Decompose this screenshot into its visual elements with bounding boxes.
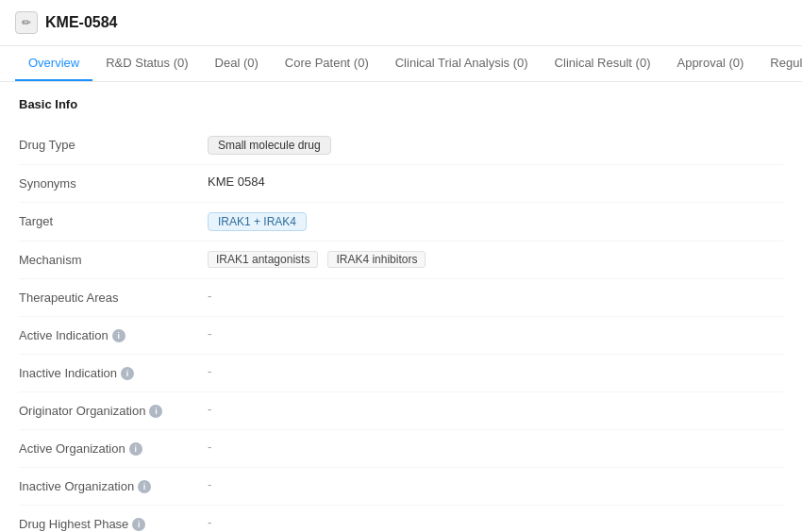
label-inactive-indication: Inactive Indication i [19,364,208,380]
drug-highest-phase-info-icon[interactable]: i [132,518,145,531]
tab-core-patent[interactable]: Core Patent (0) [272,46,382,81]
field-inactive-indication: Inactive Indication i - [19,355,783,392]
label-originator-organization: Originator Organization i [19,402,208,418]
value-drug-highest-phase: - [208,515,783,529]
label-drug-type: Drug Type [19,136,208,152]
mechanism-badge-1: IRAK1 antagonists [208,251,318,268]
tab-rd-status[interactable]: R&D Status (0) [92,46,201,81]
field-synonyms: Synonyms KME 0584 [19,165,783,203]
field-target: Target IRAK1 + IRAK4 [19,203,783,241]
value-drug-type: Small molecule drug [208,136,783,155]
active-indication-dash: - [208,326,211,341]
mechanism-badge-2: IRAK4 inhibitors [327,251,426,268]
main-content: Basic Info Drug Type Small molecule drug… [0,82,802,532]
field-inactive-organization: Inactive Organization i - [19,468,783,506]
value-synonyms: KME 0584 [208,175,783,189]
value-mechanism: IRAK1 antagonists IRAK4 inhibitors [208,251,783,268]
inactive-indication-info-icon[interactable]: i [121,367,134,380]
tab-clinical-result[interactable]: Clinical Result (0) [542,46,664,81]
edit-icon: ✏ [15,11,38,34]
tab-regulation[interactable]: Regulation (0) [757,46,802,81]
field-active-organization: Active Organization i - [19,430,783,468]
synonyms-text: KME 0584 [208,175,265,189]
field-drug-highest-phase: Drug Highest Phase i - [19,506,783,532]
value-inactive-indication: - [208,364,783,378]
value-target: IRAK1 + IRAK4 [208,212,783,231]
label-target: Target [19,212,208,228]
active-org-dash: - [208,440,211,454]
value-inactive-organization: - [208,477,783,491]
value-active-organization: - [208,440,783,454]
field-originator-organization: Originator Organization i - [19,392,783,430]
page-header: ✏ KME-0584 [0,0,802,46]
field-drug-type: Drug Type Small molecule drug [19,126,783,165]
therapeutic-areas-value: - [208,289,211,303]
label-synonyms: Synonyms [19,175,208,191]
section-title: Basic Info [19,97,783,111]
label-therapeutic-areas: Therapeutic Areas [19,289,208,305]
active-org-info-icon[interactable]: i [129,442,142,456]
target-tag: IRAK1 + IRAK4 [208,212,307,231]
tab-overview[interactable]: Overview [15,46,92,81]
value-active-indication: - [208,326,783,341]
drug-highest-phase-dash: - [208,515,211,529]
field-therapeutic-areas: Therapeutic Areas - [19,279,783,317]
label-inactive-organization: Inactive Organization i [19,477,208,493]
label-drug-highest-phase: Drug Highest Phase i [19,515,208,531]
label-active-organization: Active Organization i [19,440,208,456]
field-active-indication: Active Indication i - [19,317,783,355]
active-indication-info-icon[interactable]: i [112,329,125,342]
originator-org-info-icon[interactable]: i [149,405,162,418]
tab-bar: Overview R&D Status (0) Deal (0) Core Pa… [0,46,802,82]
value-therapeutic-areas: - [208,289,783,303]
label-active-indication: Active Indication i [19,326,208,342]
inactive-org-dash: - [208,477,211,491]
inactive-org-info-icon[interactable]: i [138,480,151,493]
tab-approval[interactable]: Approval (0) [663,46,757,81]
tab-clinical-trial[interactable]: Clinical Trial Analysis (0) [382,46,542,81]
tab-deal[interactable]: Deal (0) [202,46,272,81]
inactive-indication-dash: - [208,364,211,378]
value-originator-organization: - [208,402,783,416]
originator-org-dash: - [208,402,211,416]
page-title: KME-0584 [45,14,117,31]
label-mechanism: Mechanism [19,251,208,267]
drug-type-tag: Small molecule drug [208,136,331,155]
field-mechanism: Mechanism IRAK1 antagonists IRAK4 inhibi… [19,241,783,279]
